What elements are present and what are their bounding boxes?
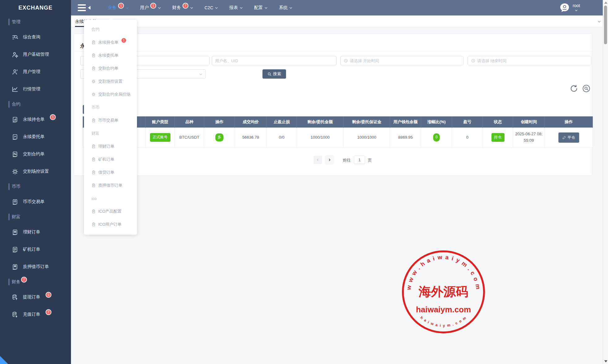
sidebar-section-spot: 币币	[0, 180, 71, 193]
start-time-picker[interactable]	[340, 56, 464, 65]
chart-line-icon	[12, 86, 18, 93]
watermark-title: 海外源码	[418, 284, 468, 299]
col-account-type: 账户类型	[146, 116, 175, 128]
tabs-overflow-chevron-icon[interactable]	[597, 20, 601, 24]
user-icon	[12, 69, 18, 75]
user-menu[interactable]: root	[559, 2, 580, 13]
cell-remain-amount: 1000/1000	[297, 128, 344, 147]
collapse-arrow-icon	[88, 6, 90, 10]
chevron-down-icon	[575, 9, 578, 12]
sidebar-item-composite-query[interactable]: 综合查询	[0, 28, 71, 46]
prev-page-button[interactable]	[314, 156, 322, 164]
sidebar-item-miner-orders[interactable]: 矿机订单	[0, 241, 71, 258]
nav-item-config[interactable]: 配置	[254, 5, 268, 11]
dropdown-item-miner-orders[interactable]: 矿机订单	[84, 153, 137, 166]
count-badge: 5	[46, 292, 51, 298]
database-up-icon	[12, 294, 18, 301]
close-position-button[interactable]: 平仓	[558, 132, 579, 143]
sidebar-item-withdraw-orders[interactable]: 提现订单 5	[0, 288, 71, 306]
watermark-stamp: w w w . h a i w a i y m . c o m 海外源码 hai…	[401, 249, 486, 334]
sidebar-item-finance-orders[interactable]: 理财订单	[0, 223, 71, 241]
chevron-down-icon	[264, 6, 268, 10]
clipboard-icon	[91, 170, 96, 175]
cell-action: 平仓	[545, 128, 593, 147]
col-remain-margin: 剩余/委托保证金	[344, 116, 390, 128]
sidebar-item-market-manage[interactable]: 行情管理	[0, 80, 71, 98]
refresh-icon[interactable]	[570, 84, 578, 93]
end-time-picker[interactable]	[468, 56, 591, 65]
nav-item-business[interactable]: 业务 1	[108, 5, 129, 11]
content-card: 永续持仓单 搜索	[74, 33, 592, 176]
nav-item-system[interactable]: 系统	[279, 5, 293, 11]
sidebar-item-perpetual-entrust[interactable]: 永续委托单	[0, 128, 71, 145]
page-scrollbar[interactable]	[603, 0, 608, 364]
direction-badge: 多	[215, 133, 223, 141]
next-page-button[interactable]	[325, 156, 334, 164]
dropdown-item-delivery-contract[interactable]: 交割合约单	[84, 62, 137, 75]
start-time-field[interactable]	[350, 58, 460, 63]
scroll-up-arrow[interactable]	[604, 2, 607, 4]
dropdown-item-delivery-control-settings[interactable]: 交割场控设置	[84, 75, 137, 88]
sidebar-item-spot-trade-orders[interactable]: 币币交易单	[0, 193, 71, 210]
section-bar	[8, 19, 10, 25]
search-button[interactable]: 搜索	[262, 69, 286, 79]
nav-menu: 业务 1 用户 1 财务 7 C2C 报表 配置 系统	[108, 5, 293, 11]
doc-coin-icon	[12, 229, 18, 236]
nav-item-c2c[interactable]: C2C	[205, 5, 218, 10]
sidebar-item-delivery-contract[interactable]: 交割合约单	[0, 145, 71, 163]
clipboard-icon	[91, 157, 96, 162]
sidebar-item-user-manage[interactable]: 用户管理	[0, 63, 71, 80]
sidebar-item-user-basic-manage[interactable]: 用户基础管理	[0, 46, 71, 63]
doc-chart-icon	[12, 116, 18, 123]
search-toggle-icon[interactable]	[582, 84, 590, 93]
nav-item-report[interactable]: 报表	[229, 5, 243, 11]
dropdown-item-perpetual-entrust[interactable]: 永续委托单	[84, 49, 137, 62]
sidebar-item-delivery-control-settings[interactable]: 交割场控设置	[0, 163, 71, 180]
table-header-row: 账户类型 品种 操作 成交均价 止盈止损 剩余/委托金额 剩余/委托保证金 用户…	[83, 116, 593, 128]
user-gear-icon	[12, 51, 18, 58]
end-time-field[interactable]	[477, 58, 588, 63]
gear-icon	[91, 92, 96, 97]
sidebar: EXCHANGE 管理 综合查询 用户基础管理 用户管理 行情管理 合约 永续持…	[0, 0, 71, 364]
sidebar-item-pledge-borrow-orders[interactable]: 质押借币订单	[0, 258, 71, 275]
change-pct-badge: 0	[433, 133, 440, 141]
pen-icon	[562, 136, 566, 139]
dropdown-item-ico-product-config[interactable]: ICO产品配置	[84, 205, 137, 218]
count-badge: 1	[121, 37, 127, 43]
sidebar-section-manage: 管理	[0, 15, 71, 28]
dropdown-item-perpetual-position[interactable]: 永续持仓单 1	[84, 36, 137, 49]
clipboard-icon	[91, 66, 96, 71]
col-action: 操作	[545, 116, 593, 128]
col-symbol: 品种	[175, 116, 204, 128]
dropdown-item-pledge-borrow-orders[interactable]: 质押借币订单	[84, 179, 137, 192]
nav-item-finance[interactable]: 财务 7	[172, 5, 193, 11]
scrollbar-thumb[interactable]	[604, 6, 607, 44]
dropdown-item-ico-user-orders[interactable]: ICO用户订单	[84, 218, 137, 231]
dropdown-item-finance-orders[interactable]: 理财订单	[84, 140, 137, 153]
table-row: 正式账号 BTC/USDT 多 56636.78 0/0 1000/1000 1…	[83, 128, 593, 147]
sidebar-item-perpetual-position[interactable]: 永续持仓单 1	[0, 111, 71, 128]
page-number-input[interactable]	[354, 156, 365, 164]
pagination: 前往 页	[74, 156, 592, 165]
watermark-arc-bottom-text: h a i w a i y m . c o m	[420, 315, 468, 328]
clipboard-icon	[91, 183, 96, 188]
username-filter-input[interactable]	[212, 56, 337, 65]
dropdown-item-delivery-global-control[interactable]: 交割合约全局控场	[84, 88, 137, 101]
sidebar-item-deposit-orders[interactable]: 充值订单 2	[0, 306, 71, 323]
svg-text:h a i w a i y m . c o m: h a i w a i y m . c o m	[420, 315, 468, 328]
search-lines-icon	[12, 34, 18, 41]
cell-tp-sl: 0/0	[267, 128, 297, 147]
collapse-menu-button[interactable]	[78, 4, 90, 11]
positions-table: 账户类型 品种 操作 成交均价 止盈止损 剩余/委托金额 剩余/委托保证金 用户…	[83, 116, 593, 148]
magnifier-icon	[267, 72, 271, 76]
nav-item-user[interactable]: 用户 1	[140, 5, 161, 11]
count-badge: 1	[150, 3, 156, 9]
corner-decoration	[0, 356, 8, 364]
dropdown-item-spot-trade-orders[interactable]: 币币交易单	[84, 114, 137, 127]
col-profit: 盈亏	[452, 116, 483, 128]
dropdown-item-loan-orders[interactable]: 借贷订单	[84, 166, 137, 179]
chevron-right-icon	[328, 158, 331, 162]
scroll-down-arrow[interactable]	[604, 360, 607, 362]
username-filter-field[interactable]	[215, 58, 333, 63]
count-badge: 1	[118, 3, 124, 9]
